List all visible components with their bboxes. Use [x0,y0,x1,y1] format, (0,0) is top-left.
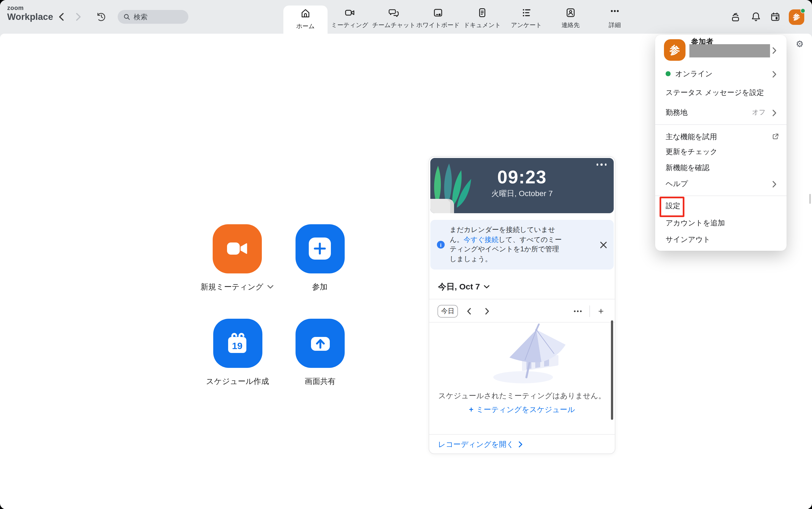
search-input[interactable] [134,13,181,21]
chevron-left-icon [59,13,64,21]
menu-divider [655,124,787,125]
toolbar-divider [589,305,590,317]
chevron-right-icon [518,441,522,447]
clock-widget: 09:23 火曜日, October 7 [430,158,614,213]
menu-item-workplace[interactable]: 勤務地 オフ [655,105,787,120]
calendar-toolbar: 今日 + [429,299,615,323]
chevron-left-icon [467,308,471,315]
online-dot-icon [666,71,670,76]
zoom-workplace-logo: zoom Workplace [7,5,53,21]
no-meetings-message: スケジュールされたミーティングはありません。 [429,391,615,401]
connect-device-icon [730,11,741,23]
help-chevron [772,181,777,188]
profile-chevron[interactable] [772,47,777,54]
today-button[interactable]: 今日 [438,305,458,317]
contacts-icon [565,7,576,18]
calendar-more-button[interactable] [572,299,583,323]
user-avatar[interactable]: 参 [789,9,804,25]
join-button[interactable]: 参加 [278,224,361,292]
share-screen-icon [296,319,345,368]
close-icon [600,241,607,248]
bell-icon [750,11,762,23]
join-icon [295,224,344,273]
schedule-label: スケジュール作成 [206,377,269,387]
menu-item-whats-new[interactable]: 新機能を確認 [655,160,787,176]
share-screen-button[interactable]: 画面共有 [279,319,362,387]
menu-item-add-account[interactable]: アカウントを追加 [655,215,787,231]
tab-meetings[interactable]: ミーティング [328,0,372,34]
surveys-icon [521,7,532,18]
beach-umbrella-illustration [479,323,566,385]
menu-item-status[interactable]: オンライン [655,66,787,81]
menu-item-help[interactable]: ヘルプ [655,176,787,192]
back-button[interactable] [55,0,67,34]
search-box[interactable] [117,10,189,24]
menu-item-try-features[interactable]: 主な機能を試用 [655,129,787,144]
home-icon [300,7,311,19]
menu-item-settings[interactable]: 設定 [655,198,787,214]
meetings-icon [344,7,356,18]
history-icon [96,11,106,22]
share-screen-label: 画面共有 [305,377,336,387]
open-recordings-link[interactable]: レコーディングを開く [429,434,615,454]
workplace-value: オフ [752,108,766,117]
menu-item-set-status-message[interactable]: ステータス メッセージを設定 [655,85,787,100]
settings-gear-button[interactable]: ⚙ [796,40,804,48]
plus-icon: + [469,405,473,414]
logo-zoom: zoom [7,5,53,11]
tab-more[interactable]: 詳細 [593,0,637,34]
card-scrollbar[interactable] [611,320,613,420]
clock-more-button[interactable] [596,164,607,165]
menu-divider [655,195,787,196]
new-meeting-label: 新規ミーティング [201,282,263,292]
whiteboard-icon [433,7,444,18]
redacted-email [689,44,770,57]
prev-day-button[interactable] [464,299,474,323]
tab-contacts[interactable]: 連絡先 [548,0,593,34]
next-day-button[interactable] [482,299,493,323]
ellipsis-icon [573,310,582,313]
tab-team-chat[interactable]: チームチャット [372,0,416,34]
tab-whiteboard[interactable]: ホワイトボード [416,0,460,34]
tab-home[interactable]: ホーム [283,5,328,34]
new-meeting-button[interactable]: 新規ミーティング [196,224,278,292]
workplace-chevron [772,109,777,116]
banner-text: まだカレンダーを接続していません。今すぐ接続して、すべてのミーティングやイベント… [450,225,565,264]
history-button[interactable] [95,0,107,34]
docs-icon [477,7,488,18]
chevron-down-icon [267,285,273,289]
menu-item-sign-out[interactable]: サインアウト [655,232,787,247]
schedule-card: 09:23 火曜日, October 7 i まだカレンダーを接続していません。… [429,156,615,454]
chevron-right-icon [76,13,81,21]
window-scrollbar[interactable] [809,194,811,204]
add-meeting-button[interactable]: + [596,299,607,323]
online-status-dot [801,8,805,13]
main-nav-tabs: ホーム ミーティング チームチャット ホワイトボード ドキュメント アンケート [283,0,637,34]
search-icon [123,13,130,21]
user-dropdown-menu: 参 参加者 オンライン ステータス メッセージを設定 勤務地 オフ 主な機能を試… [655,35,787,251]
tab-docs[interactable]: ドキュメント [460,0,504,34]
chevron-right-icon [485,308,489,315]
logo-workplace: Workplace [7,12,53,21]
menu-item-check-updates[interactable]: 更新をチェック [655,144,787,160]
tab-surveys[interactable]: アンケート [504,0,548,34]
schedule-meeting-link[interactable]: +ミーティングをスケジュール [429,405,615,415]
status-chevron [772,71,777,78]
plus-icon: + [598,306,604,317]
zoom-workplace-window: zoom Workplace ホーム [0,0,812,509]
connect-device-button[interactable] [729,0,742,34]
top-bar: zoom Workplace ホーム [0,0,812,34]
avatar-initial: 参 [793,12,800,22]
schedule-button[interactable]: 19 スケジュール作成 [196,319,279,387]
banner-close-button[interactable] [600,241,607,248]
connect-now-link[interactable]: 今すぐ接続 [464,236,499,243]
calendar-button[interactable] [768,0,782,34]
forward-button[interactable] [72,0,84,34]
chevron-down-icon [484,285,489,289]
external-link-icon [772,133,779,140]
new-meeting-icon [212,224,262,273]
notifications-button[interactable] [749,0,762,34]
menu-avatar: 参 [664,39,685,61]
date-heading[interactable]: 今日, Oct 7 [438,282,489,292]
join-label: 参加 [312,282,328,292]
